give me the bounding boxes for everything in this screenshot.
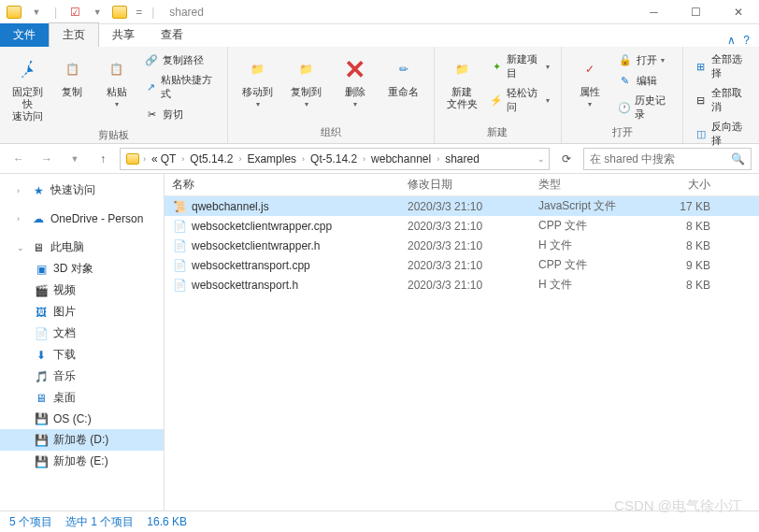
sidebar-item-music[interactable]: 🎵音乐: [0, 366, 164, 387]
tab-home[interactable]: 主页: [49, 22, 99, 47]
column-date[interactable]: 修改日期: [408, 177, 538, 193]
file-type: CPP 文件: [538, 218, 651, 234]
dropdown-icon[interactable]: ⌄: [537, 154, 545, 164]
folder-icon: [124, 151, 141, 167]
help-icon[interactable]: ?: [743, 34, 750, 47]
sidebar-item-drive-c[interactable]: 💾OS (C:): [0, 409, 164, 429]
easy-access-icon: ⚡: [490, 93, 503, 108]
recent-button[interactable]: ▼: [64, 148, 86, 170]
window-title: shared: [169, 6, 204, 19]
file-row[interactable]: 📄websocketclientwrapper.cpp2020/3/3 21:1…: [165, 216, 759, 236]
file-row[interactable]: 📄websockettransport.cpp2020/3/3 21:10CPP…: [165, 255, 759, 275]
up-button[interactable]: ↑: [92, 148, 114, 170]
move-to-button[interactable]: 📁移动到▾: [236, 50, 280, 112]
properties-icon: ✓: [575, 54, 605, 84]
properties-button[interactable]: ✓属性▾: [569, 50, 610, 112]
file-name: websocketclientwrapper.cpp: [192, 220, 332, 233]
star-icon: ★: [31, 183, 46, 198]
sidebar-item-pictures[interactable]: 🖼图片: [0, 301, 164, 323]
search-box[interactable]: 🔍: [583, 148, 752, 170]
file-date: 2020/3/3 21:10: [408, 259, 538, 272]
rename-button[interactable]: ✏重命名: [381, 50, 426, 102]
breadcrumb-item[interactable]: Qt5.14.2: [186, 151, 236, 167]
desktop-icon: 🖥: [34, 391, 49, 406]
file-type: CPP 文件: [538, 257, 651, 273]
sidebar-item-documents[interactable]: 📄文档: [0, 323, 164, 344]
path-icon: 🔗: [144, 52, 159, 67]
down-arrow-icon[interactable]: ▼: [89, 4, 106, 21]
sidebar-item-drive-d[interactable]: 💾新加卷 (D:): [0, 429, 164, 451]
ribbon-group-new: 📁新建 文件夹 ✦新建项目▾ ⚡轻松访问▾ 新建: [435, 47, 563, 143]
paste-shortcut-button[interactable]: ↗粘贴快捷方式: [140, 71, 219, 103]
copy-to-button[interactable]: 📁复制到▾: [284, 50, 329, 112]
sidebar-item-downloads[interactable]: ⬇下载: [0, 344, 164, 366]
sidebar-item-desktop[interactable]: 🖥桌面: [0, 387, 164, 409]
file-row[interactable]: 📄websockettransport.h2020/3/3 21:10H 文件8…: [165, 275, 759, 295]
close-button[interactable]: ✕: [717, 0, 759, 24]
move-icon: 📁: [243, 54, 273, 84]
breadcrumb-item[interactable]: «QT: [148, 151, 179, 167]
ribbon-group-open: ✓属性▾ 🔓打开▾ ✎编辑 🕐历史记录 打开: [562, 47, 682, 143]
scissors-icon: ✂: [144, 107, 159, 122]
tab-view[interactable]: 查看: [148, 23, 196, 47]
sidebar-item-videos[interactable]: 🎬视频: [0, 280, 164, 301]
file-type: H 文件: [538, 237, 651, 253]
delete-icon: ✕: [340, 54, 370, 84]
invert-selection-button[interactable]: ◫反向选择: [691, 118, 752, 150]
refresh-button[interactable]: ⟳: [555, 149, 578, 169]
folder-icon: [6, 4, 22, 21]
breadcrumb-item[interactable]: Qt-5.14.2: [307, 151, 361, 167]
ribbon-group-organize: 📁移动到▾ 📁复制到▾ ✕删除▾ ✏重命名 组织: [228, 47, 435, 143]
delete-button[interactable]: ✕删除▾: [333, 50, 378, 112]
column-size[interactable]: 大小: [651, 177, 725, 193]
open-button[interactable]: 🔓打开▾: [614, 50, 675, 69]
back-button[interactable]: ←: [7, 148, 30, 170]
column-name[interactable]: 名称: [165, 177, 408, 193]
maximize-button[interactable]: ☐: [675, 0, 717, 24]
file-icon: 📜: [172, 199, 187, 214]
sidebar-item-3d[interactable]: ▣3D 对象: [0, 258, 164, 280]
separator: |: [54, 6, 57, 19]
column-headers: 名称 修改日期 类型 大小: [165, 174, 759, 196]
cut-button[interactable]: ✂剪切: [140, 105, 219, 123]
new-item-button[interactable]: ✦新建项目▾: [486, 50, 553, 82]
forward-button[interactable]: →: [36, 148, 58, 170]
checkbox-icon[interactable]: ☑: [66, 4, 83, 21]
sidebar-this-pc[interactable]: ⌄🖥此电脑: [0, 237, 164, 258]
search-input[interactable]: [590, 152, 731, 165]
select-none-button[interactable]: ⊟全部取消: [691, 84, 752, 116]
new-folder-button[interactable]: 📁新建 文件夹: [442, 50, 483, 114]
copy-button[interactable]: 📋 复制: [51, 50, 92, 102]
breadcrumb[interactable]: › «QT› Qt5.14.2› Examples› Qt-5.14.2› we…: [120, 148, 550, 170]
file-row[interactable]: 📜qwebchannel.js2020/3/3 21:10JavaScript …: [165, 196, 759, 216]
pin-button[interactable]: 固定到快 速访问: [7, 50, 48, 126]
tab-file[interactable]: 文件: [0, 23, 49, 47]
group-label: 剪贴板: [7, 126, 220, 142]
easy-access-button[interactable]: ⚡轻松访问▾: [486, 84, 553, 116]
column-type[interactable]: 类型: [538, 177, 651, 193]
breadcrumb-item[interactable]: webchannel: [367, 151, 435, 167]
file-size: 8 KB: [651, 239, 725, 252]
download-icon: ⬇: [34, 348, 49, 363]
breadcrumb-item[interactable]: Examples: [243, 151, 300, 167]
breadcrumb-item[interactable]: shared: [441, 151, 483, 167]
edit-button[interactable]: ✎编辑: [614, 71, 675, 90]
search-icon[interactable]: 🔍: [731, 152, 745, 165]
ribbon-group-clipboard: 固定到快 速访问 📋 复制 📋 粘贴 ▾ 🔗复制路径 ↗粘贴快捷方式 ✂剪切 剪…: [0, 47, 228, 143]
copy-path-button[interactable]: 🔗复制路径: [140, 50, 219, 69]
sidebar-onedrive[interactable]: ›☁OneDrive - Person: [0, 208, 164, 229]
down-arrow-icon[interactable]: ▼: [28, 4, 45, 21]
file-row[interactable]: 📄websocketclientwrapper.h2020/3/3 21:10H…: [165, 236, 759, 255]
3d-icon: ▣: [34, 262, 49, 277]
minimize-button[interactable]: ─: [633, 0, 675, 24]
sidebar-quick-access[interactable]: ›★快速访问: [0, 180, 164, 201]
select-all-button[interactable]: ⊞全部选择: [691, 50, 752, 82]
tab-share[interactable]: 共享: [99, 23, 148, 47]
sidebar-item-drive-e[interactable]: 💾新加卷 (E:): [0, 451, 164, 472]
group-label: 组织: [236, 123, 426, 139]
paste-button[interactable]: 📋 粘贴 ▾: [96, 50, 136, 112]
history-button[interactable]: 🕐历史记录: [614, 92, 675, 123]
file-list: 名称 修改日期 类型 大小 📜qwebchannel.js2020/3/3 21…: [165, 174, 759, 510]
file-size: 8 KB: [651, 279, 725, 292]
collapse-ribbon-icon[interactable]: ∧: [727, 34, 736, 47]
